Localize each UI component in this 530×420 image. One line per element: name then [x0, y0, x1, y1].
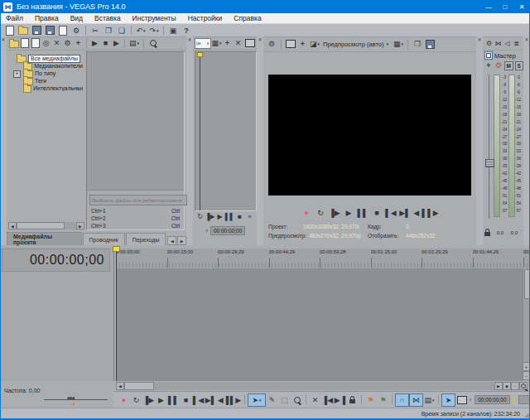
menu-item[interactable]: Справка	[228, 14, 267, 22]
overflow-chevron-icon[interactable]: »	[245, 211, 255, 222]
new-bin-icon[interactable]	[8, 38, 19, 49]
track-area[interactable]	[116, 268, 523, 381]
timeline-monitor-icon[interactable]	[455, 394, 468, 406]
save-as-icon[interactable]	[43, 25, 56, 36]
tree-item-by-type[interactable]: + По типу	[10, 70, 83, 77]
project-properties-icon[interactable]: ⚙	[70, 25, 83, 36]
save-project-icon[interactable]	[30, 25, 43, 36]
tree-scrollbar[interactable]: ◀ ▶	[8, 222, 84, 229]
record-icon[interactable]: ●	[300, 207, 313, 218]
shortcut-row[interactable]: Ctrl+3 Ctrl	[87, 222, 184, 229]
copy-icon[interactable]: ❐	[102, 25, 115, 36]
selection-tool-icon[interactable]: ⬚	[278, 394, 291, 406]
paste-icon[interactable]: ❏	[115, 25, 128, 36]
undo-icon[interactable]: ↶▾	[134, 25, 147, 36]
auto-preview-icon[interactable]: ▶	[111, 38, 122, 49]
previous-frame-icon[interactable]: ◀▐	[217, 394, 229, 406]
dock-strip[interactable]: ✕	[476, 36, 483, 245]
trim-start-icon[interactable]: ▐◀	[321, 394, 334, 406]
pan-icon[interactable]: +	[484, 60, 493, 71]
play-icon[interactable]: ▶	[342, 207, 355, 218]
copy-snapshot-icon[interactable]: ❐	[411, 39, 424, 50]
overlays-dropdown-icon[interactable]: ▦▾	[392, 39, 405, 50]
scroll-right-icon[interactable]: ▶	[494, 382, 503, 390]
marker-bar-dropdown-icon[interactable]: ▦▾	[211, 38, 222, 49]
mixer-properties-gear-icon[interactable]: ⚙	[484, 38, 494, 49]
downmix-output-icon[interactable]: ≣	[512, 38, 521, 49]
loop-playback-icon[interactable]: ↻	[314, 207, 327, 218]
loop-playback-icon[interactable]: ↻	[130, 394, 142, 406]
views-dropdown-icon[interactable]: ▤▾	[128, 38, 141, 49]
scrollbar-thumb[interactable]	[124, 382, 154, 390]
media-properties-icon[interactable]: ⚙	[62, 38, 73, 49]
tab-explorer[interactable]: Проводник	[83, 233, 125, 245]
play-from-start-icon[interactable]: ▐▶	[328, 207, 341, 218]
play-icon[interactable]: ▶	[215, 211, 225, 222]
remove-marker-icon[interactable]: ✕	[233, 38, 243, 49]
capture-video-icon[interactable]	[30, 38, 41, 49]
timeline-hscrollbar[interactable]: ◀	[116, 382, 494, 390]
tree-item-smart-bins[interactable]: Интеллектуальные нак	[10, 84, 83, 92]
pause-icon[interactable]: ▌▌	[356, 207, 369, 218]
ripple-type-dropdown-icon[interactable]: ▤▾	[423, 394, 436, 406]
bus-fx-icon[interactable]: ⚙	[494, 60, 503, 71]
import-media-icon[interactable]	[19, 38, 30, 49]
close-panel-icon[interactable]: ✕	[257, 36, 263, 44]
insert-bus-icon[interactable]: ⋈	[494, 38, 503, 49]
cut-icon[interactable]: ✂	[89, 25, 102, 36]
stop-icon[interactable]: ■	[180, 394, 192, 406]
zoom-edit-tool-icon[interactable]	[291, 394, 303, 406]
fader-handle[interactable]	[485, 159, 494, 167]
maximize-icon[interactable]: □	[497, 0, 513, 13]
timeline-ruler[interactable]: 0:00:00;0000:00:15;0000:00:29;2900:00:44…	[116, 249, 530, 269]
go-to-start-icon[interactable]: ▌◀	[384, 207, 398, 218]
external-monitor-icon[interactable]	[284, 39, 297, 50]
menu-item[interactable]: Вставка	[89, 14, 127, 22]
tree-item-label[interactable]: По типу	[35, 70, 55, 76]
selection-length-box[interactable]	[518, 395, 530, 404]
loop-playback-icon[interactable]: ↻	[195, 211, 205, 222]
dock-strip[interactable]: ✕	[0, 36, 7, 245]
menu-item[interactable]: Вид	[65, 14, 89, 22]
go-to-end-icon[interactable]: ▶▌	[205, 394, 217, 406]
tree-item-label[interactable]: Медианакопители	[34, 63, 83, 69]
scrub-slider-marker[interactable]: ▲	[71, 401, 76, 406]
go-to-start-icon[interactable]: ▌◀	[192, 394, 205, 406]
master-fader[interactable]	[484, 71, 494, 227]
dock-strip[interactable]: ✕	[186, 36, 193, 245]
solo-button[interactable]: S	[515, 61, 524, 70]
play-from-start-icon[interactable]: ▐▶	[205, 211, 215, 222]
previous-frame-icon[interactable]: ◀▐	[412, 207, 426, 218]
tree-item-all-media[interactable]: Все медиафайлы	[10, 55, 83, 62]
record-icon[interactable]: ●	[118, 394, 130, 406]
zoom-out-time-icon[interactable]: −	[511, 382, 519, 390]
insert-marker-icon[interactable]: ⚑	[364, 394, 377, 406]
next-frame-icon[interactable]: ▌▶	[229, 394, 242, 406]
tab-scroll-left-icon[interactable]: ◀	[167, 236, 176, 245]
play-from-start-icon[interactable]: ▐▶	[142, 394, 155, 406]
open-project-icon[interactable]	[17, 25, 30, 36]
cursor-position-display[interactable]: 00:00:00;00	[2, 249, 110, 272]
menu-item[interactable]: Правка	[29, 14, 65, 22]
zoom-selection-icon[interactable]: ◆	[503, 382, 511, 390]
redo-icon[interactable]: ↷▾	[147, 25, 161, 36]
insert-input-bus-icon[interactable]: ◁	[503, 38, 512, 49]
trimmer-cursor-marker[interactable]	[197, 52, 203, 57]
trimmer-cursor[interactable]	[200, 52, 200, 210]
scroll-left-icon[interactable]: ◀	[116, 382, 124, 390]
extract-audio-icon[interactable]: ◎	[41, 38, 51, 49]
video-properties-gear-icon[interactable]: ⚙	[265, 39, 278, 50]
title-bar[interactable]: ⋈ Без названия - VEGAS Pro 14.0 — □ ✕	[0, 0, 530, 13]
stop-icon[interactable]: ■	[235, 211, 245, 222]
envelope-tool-icon[interactable]: ✎	[266, 394, 278, 406]
tree-item-tags[interactable]: Теги	[10, 77, 83, 84]
chevron-down-icon[interactable]: ▾	[386, 41, 388, 46]
search-input[interactable]	[89, 195, 187, 205]
menu-item[interactable]: Настройки	[182, 14, 229, 22]
preview-quality-dropdown[interactable]: Предпросмотр (авто)	[323, 41, 383, 48]
close-icon[interactable]: ✕	[513, 0, 530, 13]
dock-strip[interactable]: ✕	[257, 36, 263, 245]
menu-item[interactable]: Инструменты	[127, 14, 182, 22]
lock-event-icon[interactable]	[346, 394, 359, 406]
save-snapshot-icon[interactable]	[424, 39, 437, 50]
